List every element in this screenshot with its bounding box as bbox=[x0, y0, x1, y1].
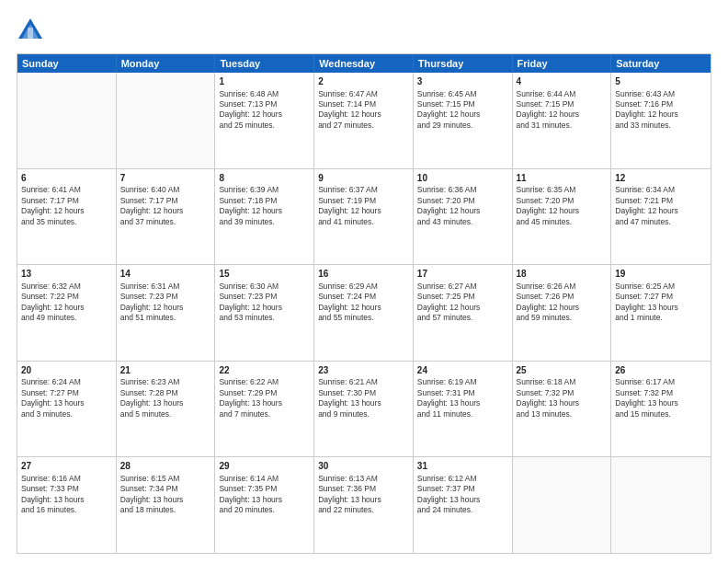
day-info-line: and 22 minutes. bbox=[318, 505, 409, 515]
day-info-line: and 18 minutes. bbox=[120, 505, 211, 515]
day-info-line: and 35 minutes. bbox=[21, 217, 112, 227]
cal-header-day: Sunday bbox=[17, 54, 117, 73]
day-info-line: Daylight: 13 hours bbox=[417, 495, 508, 505]
calendar-cell: 23Sunrise: 6:21 AMSunset: 7:30 PMDayligh… bbox=[314, 362, 414, 457]
calendar-row: 13Sunrise: 6:32 AMSunset: 7:22 PMDayligh… bbox=[17, 264, 711, 361]
day-number: 7 bbox=[120, 172, 211, 185]
day-info-line: Sunset: 7:32 PM bbox=[517, 388, 608, 398]
calendar-cell: 25Sunrise: 6:18 AMSunset: 7:32 PMDayligh… bbox=[513, 362, 612, 457]
day-info-line: Sunrise: 6:45 AM bbox=[417, 89, 508, 99]
day-info-line: Sunset: 7:15 PM bbox=[417, 99, 508, 109]
day-info-line: and 29 minutes. bbox=[417, 121, 508, 131]
calendar-cell: 29Sunrise: 6:14 AMSunset: 7:35 PMDayligh… bbox=[215, 457, 314, 553]
day-info-line: Sunrise: 6:15 AM bbox=[120, 474, 211, 484]
day-number: 21 bbox=[120, 364, 211, 377]
day-info-line: and 1 minute. bbox=[615, 313, 707, 323]
calendar-cell: 12Sunrise: 6:34 AMSunset: 7:21 PMDayligh… bbox=[611, 169, 711, 265]
day-info-line: and 53 minutes. bbox=[219, 313, 310, 323]
day-info-line: Sunset: 7:26 PM bbox=[517, 292, 608, 302]
day-info-line: Sunset: 7:19 PM bbox=[318, 196, 409, 206]
calendar: SundayMondayTuesdayWednesdayThursdayFrid… bbox=[17, 53, 711, 554]
day-info-line: Daylight: 12 hours bbox=[417, 206, 508, 216]
cal-header-day: Friday bbox=[513, 54, 612, 73]
calendar-cell: 20Sunrise: 6:24 AMSunset: 7:27 PMDayligh… bbox=[17, 362, 117, 457]
day-info-line: Sunset: 7:32 PM bbox=[615, 388, 707, 398]
day-info-line: Sunrise: 6:43 AM bbox=[615, 89, 707, 99]
day-info-line: Daylight: 12 hours bbox=[219, 303, 310, 313]
calendar-cell: 19Sunrise: 6:25 AMSunset: 7:27 PMDayligh… bbox=[611, 265, 711, 361]
day-info-line: and 49 minutes. bbox=[21, 313, 112, 323]
day-info-line: Sunrise: 6:30 AM bbox=[219, 282, 310, 292]
day-number: 30 bbox=[318, 460, 409, 473]
day-info-line: Sunset: 7:17 PM bbox=[120, 196, 211, 206]
day-info-line: Daylight: 12 hours bbox=[517, 206, 608, 216]
day-info-line: and 27 minutes. bbox=[318, 121, 409, 131]
calendar-cell: 15Sunrise: 6:30 AMSunset: 7:23 PMDayligh… bbox=[215, 265, 314, 361]
day-info-line: Sunrise: 6:27 AM bbox=[417, 282, 508, 292]
calendar-cell: 10Sunrise: 6:36 AMSunset: 7:20 PMDayligh… bbox=[414, 169, 513, 265]
day-info-line: Daylight: 12 hours bbox=[318, 109, 409, 120]
day-info-line: and 13 minutes. bbox=[517, 409, 608, 419]
calendar-cell: 7Sunrise: 6:40 AMSunset: 7:17 PMDaylight… bbox=[117, 169, 216, 265]
day-info-line: and 59 minutes. bbox=[517, 313, 608, 323]
day-info-line: and 24 minutes. bbox=[417, 505, 508, 515]
day-info-line: Daylight: 13 hours bbox=[318, 398, 409, 408]
day-info-line: Sunrise: 6:37 AM bbox=[318, 185, 409, 195]
day-number: 9 bbox=[318, 172, 409, 185]
day-info-line: and 39 minutes. bbox=[219, 217, 310, 227]
page: SundayMondayTuesdayWednesdayThursdayFrid… bbox=[0, 0, 728, 563]
day-info-line: Sunset: 7:34 PM bbox=[120, 484, 211, 494]
day-info-line: Sunset: 7:18 PM bbox=[219, 196, 310, 206]
day-info-line: Sunrise: 6:40 AM bbox=[120, 185, 211, 195]
day-info-line: Sunset: 7:20 PM bbox=[517, 196, 608, 206]
calendar-cell: 6Sunrise: 6:41 AMSunset: 7:17 PMDaylight… bbox=[17, 169, 117, 265]
calendar-cell bbox=[17, 73, 117, 168]
day-info-line: Sunrise: 6:31 AM bbox=[120, 282, 211, 292]
day-number: 1 bbox=[219, 75, 310, 88]
day-number: 23 bbox=[318, 364, 409, 377]
day-info-line: Daylight: 12 hours bbox=[517, 303, 608, 313]
calendar-cell: 8Sunrise: 6:39 AMSunset: 7:18 PMDaylight… bbox=[215, 169, 314, 265]
calendar-cell: 27Sunrise: 6:16 AMSunset: 7:33 PMDayligh… bbox=[17, 457, 117, 553]
day-info-line: Sunrise: 6:24 AM bbox=[21, 377, 112, 387]
day-info-line: Sunset: 7:15 PM bbox=[517, 99, 608, 109]
day-number: 5 bbox=[615, 75, 707, 88]
day-info-line: Sunset: 7:37 PM bbox=[417, 484, 508, 494]
day-info-line: Daylight: 13 hours bbox=[615, 398, 707, 408]
day-number: 12 bbox=[615, 172, 707, 185]
day-info-line: Sunrise: 6:13 AM bbox=[318, 474, 409, 484]
day-number: 15 bbox=[219, 268, 310, 281]
day-info-line: Sunset: 7:23 PM bbox=[120, 292, 211, 302]
day-number: 24 bbox=[417, 364, 508, 377]
cal-header-day: Wednesday bbox=[314, 54, 414, 73]
day-info-line: and 55 minutes. bbox=[318, 313, 409, 323]
day-info-line: and 11 minutes. bbox=[417, 409, 508, 419]
day-info-line: Sunset: 7:24 PM bbox=[318, 292, 409, 302]
day-info-line: Sunrise: 6:39 AM bbox=[219, 185, 310, 195]
day-info-line: Sunrise: 6:21 AM bbox=[318, 377, 409, 387]
calendar-row: 6Sunrise: 6:41 AMSunset: 7:17 PMDaylight… bbox=[17, 168, 711, 265]
cal-header-day: Monday bbox=[117, 54, 216, 73]
day-info-line: Sunset: 7:33 PM bbox=[21, 484, 112, 494]
day-info-line: Sunrise: 6:14 AM bbox=[219, 474, 310, 484]
day-info-line: Sunset: 7:13 PM bbox=[219, 99, 310, 109]
calendar-cell: 13Sunrise: 6:32 AMSunset: 7:22 PMDayligh… bbox=[17, 265, 117, 361]
day-info-line: and 20 minutes. bbox=[219, 505, 310, 515]
day-number: 20 bbox=[21, 364, 112, 377]
day-info-line: and 33 minutes. bbox=[615, 121, 707, 131]
cal-header-day: Saturday bbox=[611, 54, 711, 73]
day-number: 27 bbox=[21, 460, 112, 473]
day-info-line: Daylight: 12 hours bbox=[615, 206, 707, 216]
day-info-line: Daylight: 12 hours bbox=[417, 303, 508, 313]
calendar-cell bbox=[611, 457, 711, 553]
day-info-line: Daylight: 12 hours bbox=[21, 303, 112, 313]
calendar-cell: 3Sunrise: 6:45 AMSunset: 7:15 PMDaylight… bbox=[414, 73, 513, 168]
day-info-line: Sunrise: 6:36 AM bbox=[417, 185, 508, 195]
day-number: 26 bbox=[615, 364, 707, 377]
day-number: 17 bbox=[417, 268, 508, 281]
calendar-cell: 14Sunrise: 6:31 AMSunset: 7:23 PMDayligh… bbox=[117, 265, 216, 361]
day-number: 14 bbox=[120, 268, 211, 281]
day-info-line: Sunset: 7:27 PM bbox=[21, 388, 112, 398]
day-info-line: Sunrise: 6:47 AM bbox=[318, 89, 409, 99]
day-info-line: Daylight: 12 hours bbox=[219, 206, 310, 216]
